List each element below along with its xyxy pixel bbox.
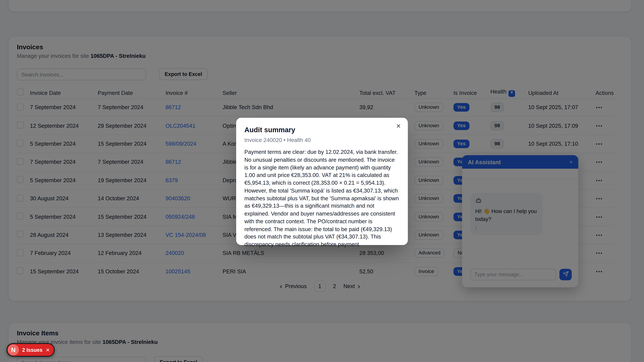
modal-title: Audit summary: [244, 126, 400, 134]
issues-badge-label: 2 Issues: [22, 347, 42, 353]
issues-close-icon[interactable]: ✕: [46, 348, 50, 352]
modal-subtitle: Invoice 240020 • Health 40: [244, 137, 400, 143]
issues-badge[interactable]: N 2 Issues ✕: [6, 343, 55, 357]
audit-summary-modal: ✕ Audit summary Invoice 240020 • Health …: [236, 118, 408, 245]
modal-close-icon[interactable]: ✕: [396, 123, 401, 129]
nextjs-logo-icon: N: [8, 345, 19, 356]
page: Invoices Manage your invoices for site 1…: [0, 0, 644, 362]
modal-body-text: Payment terms are clear: due by 12.02.20…: [244, 149, 400, 249]
